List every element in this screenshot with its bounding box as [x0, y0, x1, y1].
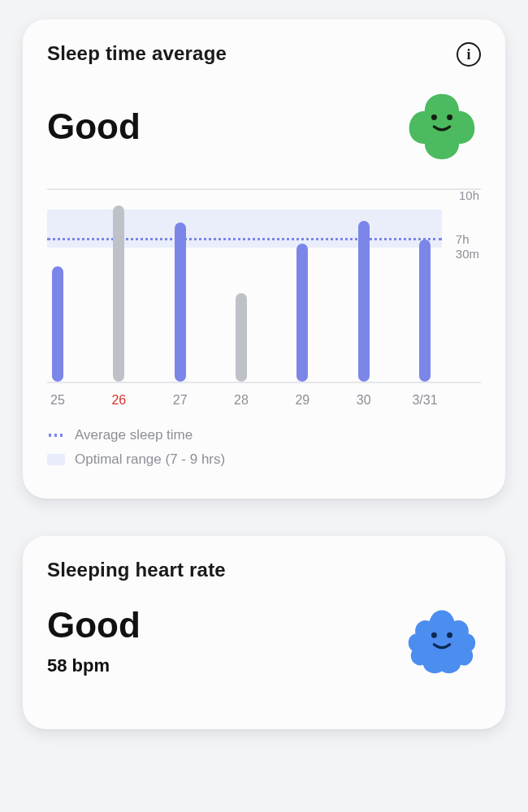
x-tick: 26	[106, 393, 132, 408]
bar-slot	[419, 190, 431, 382]
x-tick: 25	[45, 393, 71, 408]
chart-legend: Average sleep time Optimal range (7 - 9 …	[47, 427, 481, 468]
sleep-time-card: Sleep time average i Good 10h 7h	[23, 19, 505, 499]
card-header: Sleep time average i	[47, 42, 481, 67]
x-tick: 30	[351, 393, 377, 408]
info-icon[interactable]: i	[457, 42, 481, 67]
bar-slot	[175, 190, 186, 382]
cloud-mascot-icon	[403, 603, 481, 680]
bar[interactable]	[296, 244, 308, 382]
y-tick-avg: 7h 30m	[456, 232, 479, 261]
chart-plot-area: 10h 7h 30m	[47, 188, 481, 383]
y-tick-max: 10h	[459, 188, 479, 203]
clover-mascot-icon	[403, 88, 481, 166]
x-tick: 29	[289, 393, 315, 408]
legend-avg: Average sleep time	[47, 427, 481, 443]
heart-rate-card: Sleeping heart rate Good 58 bpm	[23, 536, 505, 729]
legend-opt: Optimal range (7 - 9 hrs)	[47, 451, 481, 468]
bar[interactable]	[358, 221, 370, 382]
svg-point-3	[447, 633, 452, 638]
band-swatch-icon	[47, 454, 65, 465]
svg-point-0	[431, 114, 437, 120]
card-title: Sleeping heart rate	[47, 559, 226, 581]
svg-point-1	[447, 114, 452, 120]
bar[interactable]	[236, 293, 247, 382]
rating-row: Good 58 bpm	[47, 603, 481, 680]
bar-slot	[113, 190, 124, 382]
bar[interactable]	[419, 240, 431, 382]
rating-label: Good	[47, 108, 141, 145]
legend-opt-label: Optimal range (7 - 9 hrs)	[75, 451, 225, 468]
bar-slot	[358, 190, 370, 382]
bar-slot	[296, 190, 308, 382]
svg-point-2	[431, 633, 437, 638]
rating-row: Good	[47, 88, 481, 166]
bar[interactable]	[52, 266, 63, 382]
bar[interactable]	[175, 222, 186, 382]
dotted-line-icon	[47, 434, 65, 437]
bar-slot	[52, 190, 63, 382]
x-tick: 3/31	[412, 393, 438, 408]
bars-container	[47, 190, 435, 382]
sleep-chart: 10h 7h 30m 2526272829303/31 Average slee…	[47, 188, 481, 468]
x-tick: 27	[167, 393, 193, 408]
card-title: Sleep time average	[47, 42, 227, 65]
bar-slot	[236, 190, 247, 382]
heart-rate-value: 58 bpm	[47, 655, 141, 676]
legend-avg-label: Average sleep time	[75, 427, 193, 443]
rating-label: Good	[47, 607, 141, 644]
x-axis: 2526272829303/31	[47, 383, 435, 408]
card-header: Sleeping heart rate	[47, 559, 481, 581]
bar[interactable]	[113, 205, 124, 382]
x-tick: 28	[228, 393, 254, 408]
